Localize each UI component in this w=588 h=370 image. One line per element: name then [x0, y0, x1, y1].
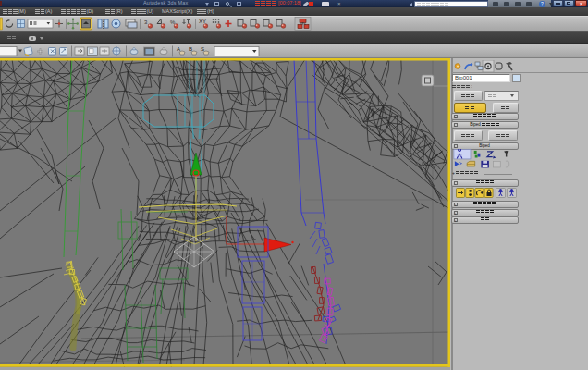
svg-text:A: A — [177, 46, 180, 52]
svg-text:%: % — [170, 19, 176, 25]
svg-text:3: 3 — [144, 19, 148, 25]
svg-text:S: S — [201, 46, 204, 52]
svg-text:B: B — [189, 46, 192, 52]
svg-text:XY: XY — [199, 18, 206, 24]
